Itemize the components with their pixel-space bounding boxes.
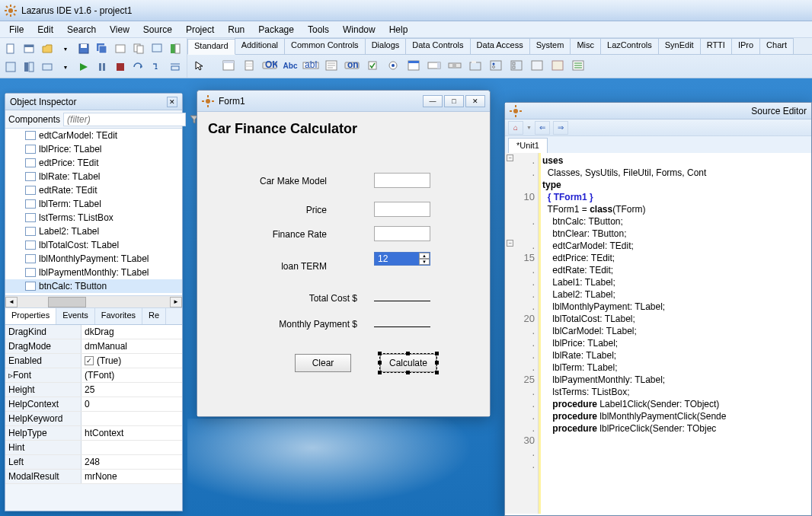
- comp-pointer[interactable]: [190, 56, 209, 75]
- comp-combobox[interactable]: [425, 56, 443, 75]
- prop-row[interactable]: Height25: [5, 383, 182, 397]
- menu-run[interactable]: Run: [222, 23, 251, 37]
- prop-row[interactable]: ModalResultmrNone: [5, 470, 182, 484]
- tree-item[interactable]: btnCalc: TButton: [5, 279, 182, 293]
- comptab-standard[interactable]: Standard: [187, 39, 235, 55]
- comp-memo[interactable]: [322, 56, 340, 75]
- comp-button[interactable]: OK: [261, 56, 279, 75]
- comptab-rtti[interactable]: RTTI: [700, 38, 732, 54]
- comp-radio[interactable]: [384, 56, 402, 75]
- tb-stepinto[interactable]: [149, 59, 165, 75]
- property-grid[interactable]: DragKinddkDragDragModedmManualEnabled✓(T…: [5, 325, 182, 484]
- menu-tools[interactable]: Tools: [302, 23, 335, 37]
- menu-window[interactable]: Window: [337, 23, 382, 37]
- tb-run-dropdown[interactable]: ▼: [57, 59, 74, 75]
- prop-row[interactable]: Enabled✓(True): [5, 354, 182, 368]
- prop-row[interactable]: HelpContext0: [5, 397, 182, 412]
- tb-pause[interactable]: [94, 59, 110, 75]
- comp-togglebox[interactable]: on: [343, 56, 361, 75]
- fold-icon[interactable]: −: [507, 154, 513, 161]
- comptab-lazcontrols[interactable]: LazControls: [600, 38, 659, 54]
- prop-row[interactable]: ▹Font(TFont): [5, 368, 182, 383]
- tree-item[interactable]: edtRate: TEdit: [5, 183, 182, 197]
- tree-item[interactable]: edtPrice: TEdit: [5, 156, 182, 170]
- lst-terms-spinner[interactable]: ▲▼: [419, 253, 430, 265]
- object-inspector-close[interactable]: ✕: [167, 97, 177, 107]
- comptab-synedit[interactable]: SynEdit: [658, 38, 701, 54]
- tb-newproj[interactable]: [112, 40, 129, 57]
- comp-checkgroup[interactable]: [507, 56, 526, 75]
- btn-clear[interactable]: Clear: [295, 354, 351, 372]
- comptab-ipro[interactable]: IPro: [731, 38, 760, 54]
- tb-view1[interactable]: [2, 59, 19, 75]
- comp-radiogroup[interactable]: [487, 56, 505, 75]
- lbl-total-cost-value[interactable]: [374, 301, 430, 301]
- lbl-payment-monthly[interactable]: [374, 326, 430, 327]
- tree-item[interactable]: lstTerms: TListBox: [5, 211, 182, 225]
- code-text[interactable]: uses Classes, SysUtils, FileUtil, Forms,…: [539, 153, 811, 514]
- comptab-data-controls[interactable]: Data Controls: [405, 38, 470, 54]
- src-nav-up-icon[interactable]: ⌂: [508, 121, 523, 135]
- prop-row[interactable]: DragKinddkDrag: [5, 325, 182, 339]
- comptab-misc[interactable]: Misc: [570, 38, 601, 54]
- menu-file[interactable]: File: [3, 23, 30, 37]
- comptab-data-access[interactable]: Data Access: [470, 38, 530, 54]
- scroll-thumb[interactable]: [48, 297, 86, 307]
- lbl-car-model[interactable]: Car Make Model: [243, 176, 327, 186]
- form-minimize-button[interactable]: —: [423, 95, 443, 107]
- comp-actionlist[interactable]: [569, 56, 587, 75]
- tb-stepover[interactable]: [130, 59, 147, 75]
- menu-package[interactable]: Package: [252, 23, 300, 37]
- comptab-system[interactable]: System: [529, 38, 571, 54]
- lbl-monthly-payment[interactable]: Monthly Payment $: [273, 319, 357, 330]
- tb-open-dropdown[interactable]: ▼: [57, 40, 74, 57]
- scroll-left-icon[interactable]: ◄: [5, 297, 18, 307]
- comp-edit[interactable]: abI: [302, 56, 320, 75]
- tb-view2[interactable]: [21, 59, 37, 75]
- comp-popupmenu[interactable]: [240, 56, 258, 75]
- tree-hscrollbar[interactable]: ◄ ►: [5, 296, 182, 308]
- proptab-events[interactable]: Events: [56, 308, 95, 324]
- comptab-chart[interactable]: Chart: [759, 38, 794, 54]
- form-close-button[interactable]: ✕: [465, 95, 485, 107]
- tb-stop[interactable]: [112, 59, 129, 75]
- tb-new-unit[interactable]: [2, 40, 19, 57]
- edt-rate[interactable]: [374, 226, 430, 241]
- prop-row[interactable]: DragModedmManual: [5, 339, 182, 354]
- menu-source[interactable]: Source: [137, 23, 178, 37]
- lst-terms[interactable]: 12 ▲▼: [374, 252, 430, 266]
- source-tab-unit1[interactable]: *Unit1: [508, 138, 548, 153]
- comp-frame[interactable]: [548, 56, 567, 75]
- tree-item[interactable]: lblRate: TLabel: [5, 170, 182, 183]
- comp-listbox[interactable]: [404, 56, 423, 75]
- comp-mainmenu[interactable]: [219, 56, 238, 75]
- comp-checkbox[interactable]: [363, 56, 382, 75]
- tb-stepout[interactable]: [167, 59, 184, 75]
- src-nav-back-icon[interactable]: ⇐: [535, 121, 550, 135]
- proptab-properties[interactable]: Properties: [5, 308, 56, 324]
- tree-item[interactable]: Label2: TLabel: [5, 225, 182, 238]
- tree-item[interactable]: lblPaymentMonthly: TLabel: [5, 266, 182, 279]
- components-filter-input[interactable]: [63, 113, 186, 126]
- comptab-dialogs[interactable]: Dialogs: [365, 38, 407, 54]
- tree-item[interactable]: lblTerm: TLabel: [5, 197, 182, 211]
- proptab-favorites[interactable]: Favorites: [95, 308, 142, 324]
- menu-project[interactable]: Project: [180, 23, 220, 37]
- comp-label[interactable]: Abc: [281, 56, 299, 75]
- lbl-term[interactable]: loan TERM: [243, 261, 327, 272]
- menu-view[interactable]: View: [104, 23, 136, 37]
- code-area[interactable]: .. 10 . .15....20....25....30..−− uses C…: [505, 153, 811, 514]
- tb-view3[interactable]: [39, 59, 56, 75]
- scroll-right-icon[interactable]: ►: [170, 297, 182, 307]
- tb-new-form[interactable]: [21, 40, 37, 57]
- menu-edit[interactable]: Edit: [31, 23, 59, 37]
- src-nav-fwd-icon[interactable]: ⇒: [553, 121, 568, 135]
- tree-item[interactable]: edtCarModel: TEdit: [5, 129, 182, 142]
- fold-icon[interactable]: −: [507, 240, 513, 247]
- form-titlebar[interactable]: Form1 — □ ✕: [197, 91, 490, 112]
- tb-toggle[interactable]: [167, 40, 184, 57]
- tb-units[interactable]: [130, 40, 147, 57]
- form-maximize-button[interactable]: □: [444, 95, 464, 107]
- btn-calc[interactable]: Calculate: [380, 354, 436, 372]
- lbl-price[interactable]: Price: [243, 205, 327, 215]
